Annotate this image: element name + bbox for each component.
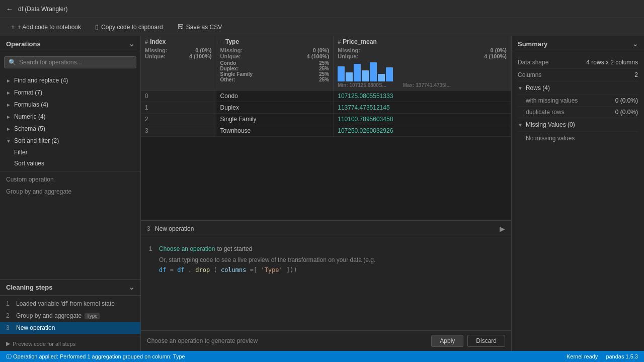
ops-item-custom-operation[interactable]: Custom operation — [0, 173, 140, 186]
save-icon: 🖫 — [177, 23, 184, 31]
ops-group-find-replace[interactable]: ► Find and replace (4) — [0, 74, 140, 86]
row-type: Duplex — [216, 102, 334, 114]
missing-arrow-icon: ▼ — [518, 122, 523, 128]
row-index: 3 — [141, 125, 216, 137]
copy-icon: ▯ — [95, 23, 99, 31]
pandas-version: pandas 1.5.3 — [606, 353, 638, 359]
cleaning-step-2[interactable]: 2 Group by and aggregate Type — [0, 310, 140, 322]
summary-columns: Columns 2 — [518, 69, 638, 81]
cleaning-collapse-icon[interactable]: ⌄ — [129, 284, 134, 291]
ops-group-formulas[interactable]: ► Formulas (4) — [0, 99, 140, 111]
operations-header: Operations ⌄ — [0, 36, 140, 52]
op-status-text: Choose an operation to generate preview — [147, 337, 258, 344]
table-row: 0 Condo 107125.0805551333 — [141, 90, 511, 102]
operation-panel: 3 New operation ▶ 1 Choose an operation … — [141, 220, 511, 351]
arrow-icon: ► — [6, 78, 11, 83]
cleaning-step-3[interactable]: 3 New operation — [0, 322, 140, 334]
info-icon: ⓘ — [6, 353, 12, 359]
summary-section: Data shape 4 rows x 2 columns Columns 2 … — [512, 52, 644, 149]
row-type: Single Family — [216, 114, 334, 125]
table-row: 2 Single Family 110100.7895603458 — [141, 114, 511, 125]
ops-item-sort-values[interactable]: Sort values — [0, 158, 140, 169]
cleaning-steps-list: 1 Loaded variable 'df' from kernel state… — [0, 296, 140, 336]
bar — [378, 74, 385, 81]
summary-data-shape: Data shape 4 rows x 2 columns — [518, 56, 638, 69]
discard-button[interactable]: Discard — [467, 335, 505, 347]
ops-item-group-by[interactable]: Group by and aggregate — [0, 186, 140, 198]
preview-code-button[interactable]: ▶ Preview code for all steps — [0, 336, 140, 351]
status-message: ⓘ Operation applied: Performed 1 aggrega… — [6, 353, 185, 360]
search-input[interactable] — [19, 59, 132, 66]
summary-collapse-icon[interactable]: ⌄ — [632, 40, 638, 48]
preview-icon: ▶ — [6, 340, 10, 347]
bar — [370, 62, 377, 81]
copy-code-button[interactable]: ▯ Copy code to clipboard — [90, 21, 168, 33]
arrow-down-icon: ▼ — [6, 138, 11, 144]
row-type: Townhouse — [216, 125, 334, 137]
table-header-row: # Index Missing: 0 (0%) Unique: 4 (100%) — [141, 36, 511, 90]
cat-stats: Condo25% Duplex:25% Single Family25% Oth… — [220, 60, 330, 82]
data-area: # Index Missing: 0 (0%) Unique: 4 (100%) — [141, 36, 511, 220]
operations-scroll: ► Find and replace (4) ► Format (7) ► Fo… — [0, 72, 140, 351]
data-table: # Index Missing: 0 (0%) Unique: 4 (100%) — [141, 36, 511, 137]
rows-arrow-icon: ▼ — [518, 85, 523, 91]
op-panel-footer: Choose an operation to generate preview … — [141, 330, 511, 351]
title-bar: ← df (Data Wrangler) — [0, 0, 644, 18]
cleaning-steps-title: Cleaning steps — [6, 284, 52, 291]
op-code-example: df = df . drop ( columns =[ 'Type' ])) — [149, 266, 503, 274]
rows-group-header[interactable]: ▼ Rows (4) — [518, 81, 638, 95]
bar — [362, 70, 369, 81]
arrow-icon: ► — [6, 126, 11, 132]
op-panel-title-area: 3 New operation — [147, 225, 194, 232]
row-price: 113774.473512145 — [334, 102, 511, 114]
save-csv-button[interactable]: 🖫 Save as CSV — [172, 21, 227, 33]
op-panel-header: 3 New operation ▶ — [141, 221, 511, 237]
missing-values-row: with missing values 0 (0.0%) — [518, 95, 638, 107]
bar — [354, 64, 361, 81]
price-type-icon: # — [338, 39, 341, 45]
cleaning-section: Cleaning steps ⌄ 1 Loaded variable 'df' … — [0, 279, 140, 336]
table-row: 3 Townhouse 107250.0260032926 — [141, 125, 511, 137]
kernel-status: Kernel ready — [567, 353, 598, 359]
missing-values-group-header[interactable]: ▼ Missing Values (0) — [518, 118, 638, 132]
operations-title: Operations — [6, 40, 41, 48]
operations-list: ► Find and replace (4) ► Format (7) ► Fo… — [0, 72, 140, 279]
bar — [386, 67, 393, 81]
col-header-price: # Price_mean Missing: 0 (0%) Unique: 4 (… — [334, 36, 511, 90]
col-header-index: # Index Missing: 0 (0%) Unique: 4 (100%) — [141, 36, 216, 90]
operations-collapse-icon[interactable]: ⌄ — [129, 40, 134, 48]
center-panel: # Index Missing: 0 (0%) Unique: 4 (100%) — [141, 36, 511, 351]
cleaning-steps-header: Cleaning steps ⌄ — [0, 280, 140, 296]
op-hint-line-1: 1 Choose an operation to get started — [149, 245, 503, 252]
cleaning-step-1[interactable]: 1 Loaded variable 'df' from kernel state — [0, 298, 140, 310]
choose-operation-link[interactable]: Choose an operation — [159, 245, 215, 252]
left-panel: Operations ⌄ 🔍 ► Find and replace (4) ► … — [0, 36, 141, 351]
ops-group-sort-filter[interactable]: ▼ Sort and filter (2) — [0, 135, 140, 147]
ops-item-filter[interactable]: Filter — [0, 147, 140, 158]
back-button[interactable]: ← — [6, 5, 13, 13]
app-title: df (Data Wrangler) — [18, 6, 67, 13]
main-layout: Operations ⌄ 🔍 ► Find and replace (4) ► … — [0, 36, 644, 351]
row-index: 2 — [141, 114, 216, 125]
search-box[interactable]: 🔍 — [4, 56, 136, 68]
ops-group-format[interactable]: ► Format (7) — [0, 86, 140, 99]
arrow-icon: ► — [6, 90, 11, 96]
cursor-icon: ▶ — [500, 225, 505, 233]
add-code-button[interactable]: + + Add code to notebook — [6, 21, 86, 33]
op-code-hint: Or, start typing code to see a live prev… — [149, 256, 503, 263]
op-panel-content: 1 Choose an operation to get started Or,… — [141, 237, 511, 330]
row-index: 1 — [141, 102, 216, 114]
status-bar-right: Kernel ready pandas 1.5.3 — [567, 353, 638, 359]
right-panel: Summary ⌄ Data shape 4 rows x 2 columns … — [511, 36, 644, 351]
apply-button[interactable]: Apply — [431, 335, 463, 347]
op-buttons: Apply Discard — [431, 335, 505, 347]
ops-group-numeric[interactable]: ► Numeric (4) — [0, 111, 140, 123]
row-price: 107250.0260032926 — [334, 125, 511, 137]
row-price: 107125.0805551333 — [334, 90, 511, 102]
ops-group-schema[interactable]: ► Schema (5) — [0, 123, 140, 135]
divider — [0, 171, 140, 171]
col-header-type: ≡ Type Missing: 0 (0%) Unique: 4 (100%) — [216, 36, 334, 90]
row-index: 0 — [141, 90, 216, 102]
no-missing-text: No missing values — [518, 132, 638, 145]
row-price: 110100.7895603458 — [334, 114, 511, 125]
